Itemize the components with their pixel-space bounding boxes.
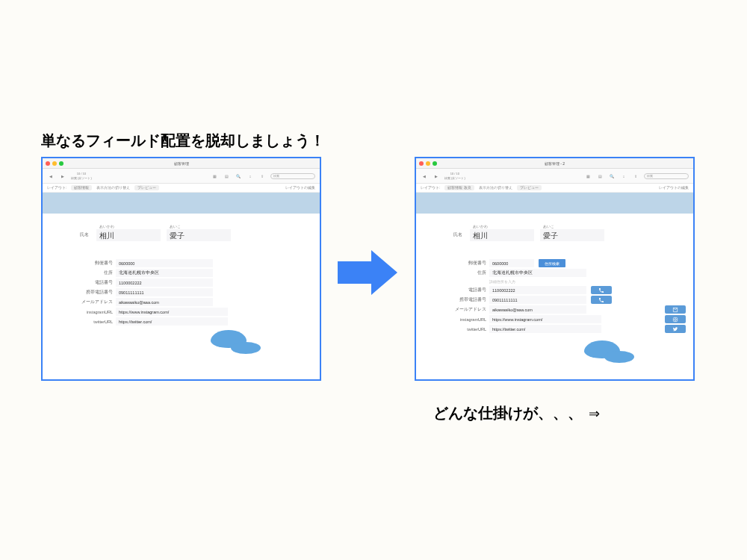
email-field[interactable]: aikawaaiko@aaa.com	[489, 305, 586, 314]
send-email-button[interactable]	[665, 305, 686, 314]
camera-icon	[672, 317, 678, 323]
layout-label: レイアウト:	[421, 186, 440, 190]
new-record-icon[interactable]: ▦	[584, 172, 592, 180]
record-counter: 10 / 10 検索 (未ソート)	[71, 172, 92, 180]
phone-icon	[598, 287, 604, 293]
address-extra-field[interactable]: 詳細住所を入力	[489, 279, 686, 284]
window-title: 顧客管理	[43, 161, 320, 166]
surname-field[interactable]: 相川	[470, 229, 534, 241]
call-mobile-button[interactable]	[591, 296, 612, 304]
mobile-field[interactable]: 09011111111	[116, 288, 213, 296]
search-input[interactable]: 検索	[270, 173, 315, 179]
layout-selector[interactable]: 顧客情報	[71, 185, 92, 190]
sort-icon[interactable]: ↕	[247, 172, 254, 180]
find-icon[interactable]: 🔍	[235, 172, 242, 180]
nav-prev-icon[interactable]: ◀	[421, 172, 428, 180]
window-title: 顧客管理 - 2	[416, 161, 693, 166]
envelope-icon	[672, 307, 678, 313]
postal-row: 郵便番号 0600000 住所検索	[453, 259, 686, 267]
find-icon[interactable]: 🔍	[608, 172, 616, 180]
nav-next-icon[interactable]: ▶	[59, 172, 66, 180]
header-band	[43, 193, 320, 214]
given-field[interactable]: 愛子	[167, 229, 231, 241]
given-furigana: あいこ	[167, 224, 231, 228]
view-switch[interactable]: 表示方法の切り替え	[96, 186, 130, 190]
phone-field[interactable]: 1100002222	[489, 286, 586, 294]
slide-caption: どんな仕掛けが、、、⇒	[433, 403, 600, 423]
sub-toolbar: レイアウト: 顧客情報 表示方法の切り替え プレビュー レイアウトの編集	[43, 184, 320, 193]
highlight-blob-icon	[231, 342, 261, 354]
layout-selector[interactable]: 顧客情報 改良	[444, 185, 474, 190]
svg-rect-1	[673, 317, 677, 321]
email-row: メールアドレスaikawaaiko@aaa.com	[80, 298, 312, 306]
phone-field[interactable]: 1100002222	[116, 279, 213, 287]
transition-arrow-icon	[338, 250, 397, 295]
record-counter: 10 / 10 検索 (未ソート)	[444, 172, 465, 180]
delete-record-icon[interactable]: ▤	[596, 172, 604, 180]
surname-furigana: あいかわ	[96, 224, 161, 228]
right-arrow-icon: ⇒	[589, 405, 600, 422]
address-row: 住所北海道札幌市中央区	[80, 269, 312, 277]
twitter-field[interactable]: https://twitter.com/	[116, 317, 228, 326]
name-label: 氏名	[453, 231, 462, 238]
window-after: 顧客管理 - 2 ◀ ▶ 10 / 10 検索 (未ソート) ▦ ▤ 🔍 ↕ ⇪…	[415, 157, 695, 381]
postal-row: 郵便番号0600000	[80, 259, 312, 267]
toolbar: ◀ ▶ 10 / 10 検索 (未ソート) ▦ ▤ 🔍 ↕ ⇪ 検索	[43, 169, 320, 184]
nav-prev-icon[interactable]: ◀	[47, 172, 55, 180]
open-instagram-button[interactable]	[665, 315, 686, 323]
address-field[interactable]: 北海道札幌市中央区	[116, 269, 213, 277]
delete-record-icon[interactable]: ▤	[223, 172, 230, 180]
titlebar: 顧客管理 - 2	[416, 158, 693, 169]
surname-field[interactable]: 相川	[96, 229, 161, 241]
window-before: 顧客管理 ◀ ▶ 10 / 10 検索 (未ソート) ▦ ▤ 🔍 ↕ ⇪ 検索 …	[41, 157, 321, 381]
search-input[interactable]: 検索	[644, 173, 689, 179]
surname-furigana: あいかわ	[470, 224, 534, 228]
instagram-field[interactable]: https://www.instagram.com/	[116, 308, 228, 316]
preview-button[interactable]: プレビュー	[517, 185, 542, 190]
email-field[interactable]: aikawaaiko@aaa.com	[116, 298, 213, 306]
mobile-field[interactable]: 09011111111	[489, 296, 586, 304]
phone-icon	[598, 297, 604, 303]
share-icon[interactable]: ⇪	[632, 172, 639, 180]
new-record-icon[interactable]: ▦	[211, 172, 218, 180]
name-label: 氏名	[80, 231, 89, 238]
mobile-row: 携帯電話番号09011111111	[80, 288, 312, 296]
header-band	[416, 193, 693, 214]
given-furigana: あいこ	[540, 224, 604, 228]
open-twitter-button[interactable]	[665, 325, 686, 333]
postal-field[interactable]: 0600000	[489, 259, 534, 267]
postal-field[interactable]: 0600000	[116, 259, 213, 267]
address-search-button[interactable]: 住所検索	[539, 259, 565, 267]
slide-headline: 単なるフィールド配置を脱却しましょう！	[41, 131, 325, 151]
twitter-row: twitterURLhttps://twitter.com/	[80, 317, 312, 326]
highlight-blob-icon	[604, 351, 634, 363]
layout-label: レイアウト:	[47, 186, 66, 190]
edit-layout-button[interactable]: レイアウトの編集	[285, 186, 315, 190]
preview-button[interactable]: プレビュー	[134, 185, 159, 190]
svg-point-2	[675, 318, 677, 320]
email-row: メールアドレス aikawaaiko@aaa.com	[453, 305, 686, 314]
twitter-field[interactable]: https://twitter.com/	[489, 325, 601, 333]
address-field[interactable]: 北海道札幌市中央区	[489, 269, 586, 277]
address-row: 住所 北海道札幌市中央区	[453, 269, 686, 277]
given-field[interactable]: 愛子	[540, 229, 604, 241]
share-icon[interactable]: ⇪	[258, 172, 266, 180]
phone-row: 電話番号 1100002222	[453, 286, 686, 294]
twitter-row: twitterURL https://twitter.com/	[453, 325, 686, 333]
svg-marker-0	[338, 250, 397, 295]
nav-next-icon[interactable]: ▶	[433, 172, 440, 180]
titlebar: 顧客管理	[43, 158, 320, 169]
call-button[interactable]	[591, 286, 612, 294]
edit-layout-button[interactable]: レイアウトの編集	[659, 186, 689, 190]
instagram-row: instagramURLhttps://www.instagram.com/	[80, 308, 312, 316]
instagram-field[interactable]: https://www.instagram.com/	[489, 315, 601, 323]
sort-icon[interactable]: ↕	[620, 172, 627, 180]
toolbar: ◀ ▶ 10 / 10 検索 (未ソート) ▦ ▤ 🔍 ↕ ⇪ 検索	[416, 169, 693, 184]
instagram-row: instagramURL https://www.instagram.com/	[453, 315, 686, 323]
bird-icon	[672, 326, 678, 332]
mobile-row: 携帯電話番号 09011111111	[453, 296, 686, 304]
phone-row: 電話番号1100002222	[80, 279, 312, 287]
sub-toolbar: レイアウト: 顧客情報 改良 表示方法の切り替え プレビュー レイアウトの編集	[416, 184, 693, 193]
view-switch[interactable]: 表示方法の切り替え	[479, 186, 512, 190]
